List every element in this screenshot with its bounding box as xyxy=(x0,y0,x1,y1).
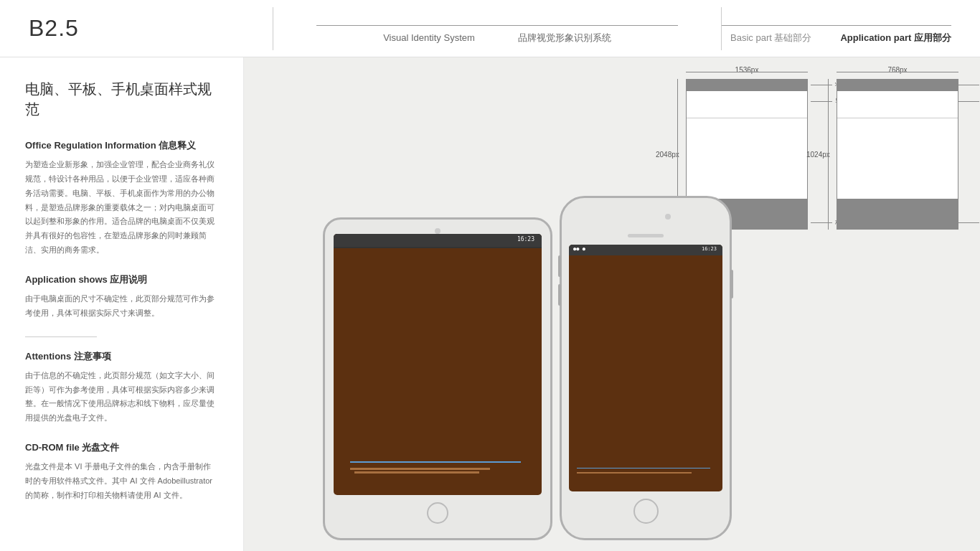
header: B2.5 Visual Identity System 品牌视觉形象识别系统 B… xyxy=(0,0,980,57)
ipad-home-button[interactable] xyxy=(427,502,448,524)
ipad-width-label: 1536px xyxy=(735,66,759,74)
iphone-vol2-button xyxy=(558,284,561,306)
iphone-status-bar xyxy=(837,80,958,91)
header-right: Basic part 基础部分 Application part 应用部分 xyxy=(722,7,951,50)
spec-diagrams: 1536px 2048px 状态栏高40px xyxy=(686,65,973,230)
iphone-height-label: 1024px xyxy=(806,151,830,159)
ipad-time: 16:23 xyxy=(517,236,534,242)
section4-heading: CD-ROM file 光盘文件 xyxy=(25,441,218,454)
section1-heading: Office Regulation Information 信息释义 xyxy=(25,139,218,152)
section4-text: 光盘文件是本 VI 手册电子文件的集合，内含手册制作时的专用软件格式文件。其中 … xyxy=(25,460,218,502)
iphone-accent-line-brown xyxy=(577,472,692,474)
section-info: Office Regulation Information 信息释义 为塑造企业… xyxy=(25,139,218,258)
ipad-screen-statusbar: 16:23 xyxy=(334,234,542,247)
iphone-vol1-button xyxy=(558,255,561,277)
header-right-line xyxy=(722,25,951,26)
iphone-power-button xyxy=(730,270,733,298)
app-part-label: Application part 应用部分 xyxy=(840,32,951,44)
iphone-time: 16:23 xyxy=(702,246,717,252)
section-attentions: Attentions 注意事项 由于信息的不确定性，此页部分规范（如文字大小、间… xyxy=(25,350,218,425)
header-center-labels: Visual Identity System 品牌视觉形象识别系统 xyxy=(383,32,611,44)
iphone-height-line xyxy=(828,79,829,230)
iphone-speaker xyxy=(628,234,664,237)
ipad-status-bar xyxy=(687,80,807,91)
section2-heading: Application shows 应用说明 xyxy=(25,273,218,286)
iphone-screen-statusbar: 16:23 xyxy=(569,245,722,255)
ipad-nav-bar xyxy=(687,91,807,118)
ipad-content xyxy=(687,118,807,199)
ipad-width-line xyxy=(686,72,808,72)
iphone-camera xyxy=(665,214,671,220)
iphone-accent-line-blue xyxy=(577,468,710,469)
iphone-nav-annotation: 导航栏高44px xyxy=(958,97,980,106)
iphone-spec-box: 768px 1024px 状态栏高20px xyxy=(837,79,958,230)
section-appshows: Application shows 应用说明 由于电脑桌面的尺寸不确定性，此页部… xyxy=(25,273,218,321)
cn-label: 品牌视觉形象识别系统 xyxy=(518,32,611,44)
header-left: B2.5 xyxy=(29,15,273,42)
ipad-accent-line-blue xyxy=(350,461,521,463)
vis-label: Visual Identity System xyxy=(383,32,475,43)
ipad-accent-line-brown xyxy=(350,468,489,470)
divider xyxy=(25,336,97,337)
iphone-carrier: ●● ● xyxy=(573,246,585,252)
iphone-status-annotation: 状态栏高20px xyxy=(958,80,980,90)
section3-heading: Attentions 注意事项 xyxy=(25,350,218,363)
header-top-line xyxy=(316,25,678,26)
iphone-width-label: 768px xyxy=(887,66,907,74)
iphone-home-button[interactable] xyxy=(633,499,659,524)
iphone-tab-bar xyxy=(837,199,958,229)
header-center: Visual Identity System 品牌视觉形象识别系统 xyxy=(273,7,722,50)
section2-text: 由于电脑桌面的尺寸不确定性，此页部分规范可作为参考使用，具体可根据实际尺寸来调整… xyxy=(25,292,218,321)
page-number: B2.5 xyxy=(29,15,79,41)
iphone-width-line xyxy=(837,72,958,72)
iphone-screen: 16:23 ●● ● xyxy=(569,245,722,491)
main-content: 电脑、平板、手机桌面样式规范 Office Regulation Informa… xyxy=(0,57,980,551)
sidebar-title: 电脑、平板、手机桌面样式规范 xyxy=(25,79,218,119)
ipad-mockup: 16:23 xyxy=(323,217,552,540)
ipad-screen: 16:23 xyxy=(334,234,542,495)
basic-part-label: Basic part 基础部分 xyxy=(730,32,811,44)
content-area: 1536px 2048px 状态栏高40px xyxy=(244,57,980,551)
header-right-labels: Basic part 基础部分 Application part 应用部分 xyxy=(730,32,951,44)
iphone-spec-frame: 状态栏高20px 导航栏高44px 标签栏高49px xyxy=(837,79,958,230)
sidebar: 电脑、平板、手机桌面样式规范 Office Regulation Informa… xyxy=(0,57,244,551)
section3-text: 由于信息的不确定性，此页部分规范（如文字大小、间距等）可作为参考使用，具体可根据… xyxy=(25,369,218,425)
ipad-height-label: 2048px xyxy=(656,151,679,159)
iphone-tab-annotation: 标签栏高49px xyxy=(958,218,980,227)
iphone-nav-bar xyxy=(837,91,958,118)
section-cdrom: CD-ROM file 光盘文件 光盘文件是本 VI 手册电子文件的集合，内含手… xyxy=(25,441,218,503)
ipad-camera xyxy=(435,228,440,234)
section1-text: 为塑造企业新形象，加强企业管理，配合企业商务礼仪规范，特设计各种用品，以便于企业… xyxy=(25,158,218,258)
iphone-mockup: 16:23 ●● ● xyxy=(560,196,732,540)
iphone-content xyxy=(837,118,958,199)
